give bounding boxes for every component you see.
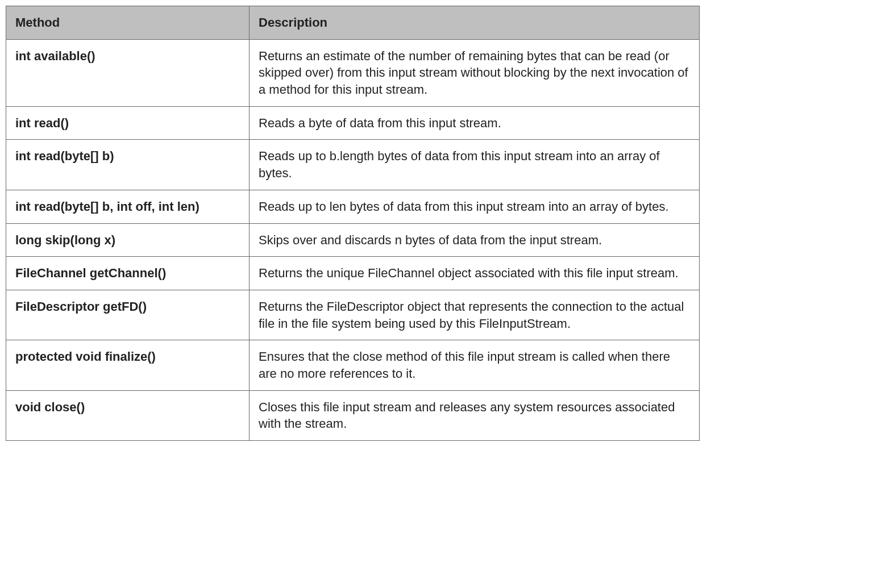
table-row: int read() Reads a byte of data from thi… [6,106,700,140]
method-cell: FileChannel getChannel() [6,257,250,290]
method-cell: void close() [6,390,250,440]
table-row: FileChannel getChannel() Returns the uni… [6,257,700,290]
header-description: Description [250,6,700,40]
method-cell: int read(byte[] b) [6,140,250,190]
description-cell: Reads up to b.length bytes of data from … [250,140,700,190]
description-cell: Reads a byte of data from this input str… [250,106,700,140]
method-cell: int available() [6,39,250,106]
description-cell: Returns the FileDescriptor object that r… [250,290,700,340]
table-row: long skip(long x) Skips over and discard… [6,223,700,257]
method-cell: FileDescriptor getFD() [6,290,250,340]
method-cell: long skip(long x) [6,223,250,257]
table-row: int available() Returns an estimate of t… [6,39,700,106]
header-method: Method [6,6,250,40]
description-cell: Closes this file input stream and releas… [250,390,700,440]
description-cell: Returns the unique FileChannel object as… [250,257,700,290]
table-header-row: Method Description [6,6,700,40]
description-cell: Returns an estimate of the number of rem… [250,39,700,106]
table-row: void close() Closes this file input stre… [6,390,700,440]
description-cell: Skips over and discards n bytes of data … [250,223,700,257]
table-row: FileDescriptor getFD() Returns the FileD… [6,290,700,340]
table-row: protected void finalize() Ensures that t… [6,340,700,390]
description-cell: Reads up to len bytes of data from this … [250,190,700,223]
table-row: int read(byte[] b) Reads up to b.length … [6,140,700,190]
description-cell: Ensures that the close method of this fi… [250,340,700,390]
table-row: int read(byte[] b, int off, int len) Rea… [6,190,700,223]
methods-table: Method Description int available() Retur… [6,6,700,441]
method-cell: protected void finalize() [6,340,250,390]
method-cell: int read() [6,106,250,140]
method-cell: int read(byte[] b, int off, int len) [6,190,250,223]
